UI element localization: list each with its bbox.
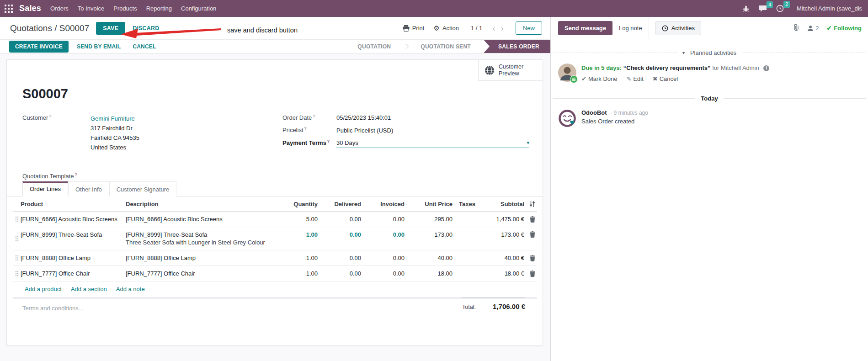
tab-order-lines[interactable]: Order Lines: [22, 181, 68, 196]
cell-taxes[interactable]: [453, 234, 485, 243]
message-body: Sales Order created: [581, 118, 648, 125]
pager-prev-icon[interactable]: ‹: [491, 24, 496, 32]
cell-product[interactable]: [FURN_8999] Three-Seat Sofa: [21, 227, 126, 242]
message-author[interactable]: OdooBot: [581, 109, 607, 116]
table-header: Product Description Quantity Delivered I…: [13, 197, 537, 212]
bug-icon[interactable]: [742, 5, 750, 12]
cell-delivered[interactable]: 0.00: [318, 227, 361, 242]
cell-description[interactable]: [FURN_8999] Three-Seat Sofa Three Seater…: [126, 227, 281, 250]
cancel-activity-button[interactable]: ✖Cancel: [653, 75, 678, 82]
add-a-section-link[interactable]: Add a section: [71, 286, 107, 292]
create-invoice-button[interactable]: CREATE INVOICE: [9, 41, 69, 53]
cancel-button[interactable]: CANCEL: [129, 41, 160, 53]
app-name[interactable]: Sales: [19, 4, 41, 13]
followers-button[interactable]: 2: [807, 25, 819, 32]
cell-invoiced[interactable]: 0.00: [361, 266, 405, 281]
message-item: OdooBot - 9 minutes ago Sales Order crea…: [551, 102, 868, 127]
planned-activities-label[interactable]: Planned activities: [690, 49, 736, 56]
menu-products[interactable]: Products: [113, 5, 137, 12]
delete-row-icon[interactable]: [524, 266, 535, 281]
state-quotation[interactable]: QUOTATION: [347, 40, 401, 53]
optional-columns-icon[interactable]: [524, 197, 535, 211]
menu-orders[interactable]: Orders: [50, 5, 69, 12]
cell-taxes[interactable]: [453, 254, 485, 262]
tab-other-info[interactable]: Other Info: [68, 181, 109, 196]
pricelist-value[interactable]: Public Pricelist (USD): [336, 127, 393, 134]
payment-terms-label: Payment Terms?: [282, 139, 336, 146]
cell-product[interactable]: [FURN_6666] Acoustic Bloc Screens: [21, 212, 126, 227]
delete-row-icon[interactable]: [524, 251, 535, 265]
cell-taxes[interactable]: [453, 215, 485, 223]
apps-grid-icon[interactable]: [5, 5, 13, 13]
customer-link[interactable]: Gemini Furniture: [91, 115, 135, 122]
drag-handle-icon[interactable]: [13, 266, 21, 281]
cell-product[interactable]: [FURN_8888] Office Lamp: [21, 250, 126, 265]
cell-unit-price[interactable]: 18.00: [405, 266, 453, 281]
customer-preview-button[interactable]: CustomerPreview: [478, 60, 543, 81]
menu-configuration[interactable]: Configuration: [181, 5, 216, 12]
activities-badge: 2: [783, 1, 790, 8]
user-menu[interactable]: Mitchell Admin (save_discar: [793, 3, 862, 15]
cell-taxes[interactable]: [453, 270, 485, 278]
edit-activity-button[interactable]: ✎Edit: [626, 75, 643, 82]
order-date-value[interactable]: 05/25/2023 15:40:01: [336, 114, 391, 121]
drag-handle-icon[interactable]: [13, 251, 21, 265]
info-icon[interactable]: i: [763, 65, 769, 71]
cell-delivered[interactable]: 0.00: [318, 266, 361, 281]
col-taxes: Taxes: [453, 197, 485, 211]
messages-icon[interactable]: 4: [759, 5, 767, 12]
terms-and-conditions-input[interactable]: Terms and conditions...: [22, 305, 84, 312]
collapse-caret-icon[interactable]: ▾: [682, 50, 685, 55]
cell-quantity[interactable]: 1.00: [281, 250, 318, 265]
print-button[interactable]: Print: [403, 25, 425, 32]
cell-unit-price[interactable]: 173.00: [405, 227, 453, 242]
cell-invoiced[interactable]: 0.00: [361, 212, 405, 227]
cell-quantity[interactable]: 1.00: [281, 227, 318, 242]
drag-handle-icon[interactable]: [13, 212, 21, 226]
send-by-email-button[interactable]: SEND BY EMAIL: [73, 41, 124, 53]
cell-delivered[interactable]: 0.00: [318, 250, 361, 265]
send-message-button[interactable]: Send message: [558, 21, 612, 35]
action-button[interactable]: ⚙ Action: [433, 25, 459, 32]
delete-row-icon[interactable]: [524, 227, 535, 242]
cell-description[interactable]: [FURN_7777] Office Chair: [126, 266, 281, 281]
cell-product[interactable]: [FURN_7777] Office Chair: [21, 266, 126, 281]
check-icon: ✔: [826, 25, 831, 32]
breadcrumb-current: S00007: [59, 23, 90, 33]
breadcrumb-quotations[interactable]: Quotations: [10, 23, 52, 33]
pager-next-icon[interactable]: ›: [500, 24, 505, 32]
cell-quantity[interactable]: 5.00: [281, 212, 318, 227]
drag-handle-icon[interactable]: [13, 232, 21, 246]
attachment-icon[interactable]: [793, 24, 799, 32]
cell-delivered[interactable]: 0.00: [318, 212, 361, 227]
payment-terms-input[interactable]: 30 Days ▾: [336, 139, 529, 148]
status-bar: CREATE INVOICE SEND BY EMAIL CANCEL QUOT…: [0, 39, 550, 53]
menu-to-invoice[interactable]: To Invoice: [78, 5, 105, 12]
add-a-note-link[interactable]: Add a note: [116, 286, 145, 292]
cell-subtotal: 173.00 €: [485, 227, 524, 242]
cell-description[interactable]: [FURN_6666] Acoustic Bloc Screens: [126, 212, 281, 227]
cell-description[interactable]: [FURN_8888] Office Lamp: [126, 250, 281, 265]
cell-unit-price[interactable]: 295.00: [405, 212, 453, 227]
cell-quantity[interactable]: 1.00: [281, 266, 318, 281]
state-quotation-sent[interactable]: QUOTATION SENT: [410, 40, 481, 53]
menu-reporting[interactable]: Reporting: [146, 5, 172, 12]
new-button[interactable]: New: [516, 21, 542, 35]
table-add-links: Add a product Add a section Add a note: [13, 281, 537, 299]
activities-button[interactable]: Activities: [655, 21, 701, 35]
state-sales-order[interactable]: SALES ORDER: [484, 40, 550, 53]
following-button[interactable]: ✔ Following: [826, 25, 862, 32]
cell-invoiced[interactable]: 0.00: [361, 227, 405, 242]
mark-done-button[interactable]: ✔Mark Done: [581, 75, 617, 82]
log-note-button[interactable]: Log note: [619, 25, 642, 32]
activity-clock-icon[interactable]: 2: [776, 5, 784, 12]
cell-unit-price[interactable]: 40.00: [405, 250, 453, 265]
tab-customer-signature[interactable]: Customer Signature: [109, 181, 177, 196]
chevron-down-icon[interactable]: ▾: [527, 140, 529, 146]
main-menu: Orders To Invoice Products Reporting Con…: [50, 5, 216, 12]
delete-row-icon[interactable]: [524, 212, 535, 227]
add-a-product-link[interactable]: Add a product: [25, 286, 62, 292]
cell-invoiced[interactable]: 0.00: [361, 250, 405, 265]
cell-subtotal: 1,475.00 €: [485, 212, 524, 227]
address-line: Fairfield CA 94535: [91, 133, 139, 143]
